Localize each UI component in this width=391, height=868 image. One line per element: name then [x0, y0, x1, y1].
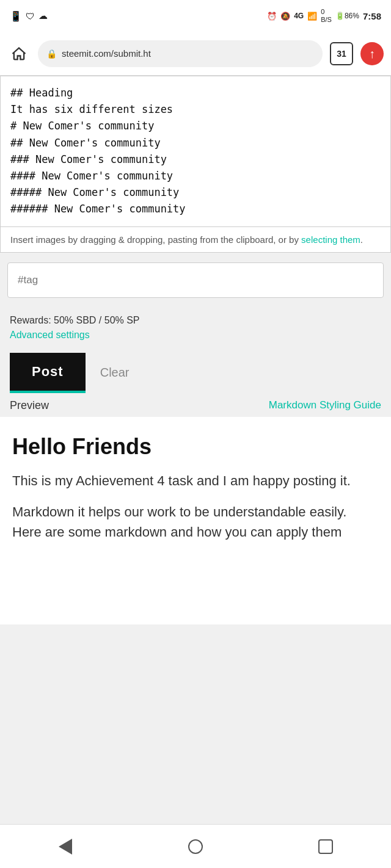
home-nav-icon: [188, 839, 203, 854]
lock-icon: 🔒: [46, 49, 57, 59]
status-right-info: ⏰ 🔕 4G 📶 0B/S 🔋86% 7:58: [267, 8, 381, 24]
bottom-nav-bar: [0, 824, 391, 868]
preview-paragraph-1: This is my Achievement 4 task and I am h…: [12, 471, 379, 491]
buttons-row: Post Clear: [0, 343, 391, 393]
battery-icon: 🔋86%: [335, 12, 359, 20]
editor-text[interactable]: ## Heading It has six different sizes # …: [10, 85, 381, 218]
rewards-section: Rewards: 50% SBD / 50% SP Advanced setti…: [0, 308, 391, 343]
advanced-settings-link[interactable]: Advanced settings: [10, 330, 90, 340]
preview-card: Hello Friends This is my Achievement 4 t…: [0, 417, 391, 624]
image-hint: Insert images by dragging & dropping, pa…: [0, 227, 391, 253]
nav-recents-button[interactable]: [307, 828, 344, 865]
tab-count-button[interactable]: 31: [330, 42, 353, 65]
markdown-guide-link[interactable]: Markdown Styling Guide: [269, 399, 381, 411]
status-bar: 📱 🛡 ☁ ⏰ 🔕 4G 📶 0B/S 🔋86% 7:58: [0, 0, 391, 32]
post-button[interactable]: Post: [10, 353, 86, 393]
mute-icon: 🔕: [280, 12, 290, 21]
preview-title: Hello Friends: [12, 434, 379, 460]
cloud-icon: ☁: [38, 10, 48, 21]
address-bar[interactable]: 🔒 steemit.com/submit.ht: [38, 40, 323, 67]
shield-icon: 🛡: [26, 11, 35, 21]
markdown-editor[interactable]: ## Heading It has six different sizes # …: [0, 76, 391, 227]
data-speed: 0B/S: [321, 8, 332, 24]
main-content: ## Heading It has six different sizes # …: [0, 76, 391, 624]
image-hint-prefix: Insert images by dragging & dropping, pa…: [10, 234, 301, 245]
recents-icon: [318, 839, 333, 854]
status-left-icons: 📱 🛡 ☁: [10, 10, 48, 22]
upload-button[interactable]: ↑: [360, 42, 384, 65]
preview-label: Preview: [10, 399, 49, 412]
tag-input[interactable]: [8, 263, 383, 297]
nav-home-button[interactable]: [177, 828, 214, 865]
rewards-label: Rewards: 50% SBD / 50% SP: [10, 315, 381, 326]
url-text: steemit.com/submit.ht: [62, 48, 151, 59]
signal-icon: 📶: [307, 12, 317, 21]
tag-input-wrap[interactable]: [7, 262, 384, 298]
nav-back-button[interactable]: [47, 828, 84, 865]
preview-row: Preview Markdown Styling Guide: [0, 393, 391, 417]
home-button[interactable]: [7, 42, 31, 65]
network-label: 4G: [294, 12, 304, 20]
select-images-link[interactable]: selecting them: [301, 234, 360, 245]
time-display: 7:58: [363, 11, 381, 21]
browser-bar: 🔒 steemit.com/submit.ht 31 ↑: [0, 32, 391, 76]
preview-paragraph-2: Markdown it helps our work to be underst…: [12, 502, 379, 542]
phone-icon: 📱: [10, 10, 22, 22]
alarm-icon: ⏰: [267, 12, 277, 21]
back-icon: [59, 839, 72, 855]
preview-body: This is my Achievement 4 task and I am h…: [12, 471, 379, 542]
upload-arrow-icon: ↑: [369, 48, 375, 60]
image-hint-suffix: .: [360, 234, 363, 245]
clear-button[interactable]: Clear: [100, 366, 130, 380]
